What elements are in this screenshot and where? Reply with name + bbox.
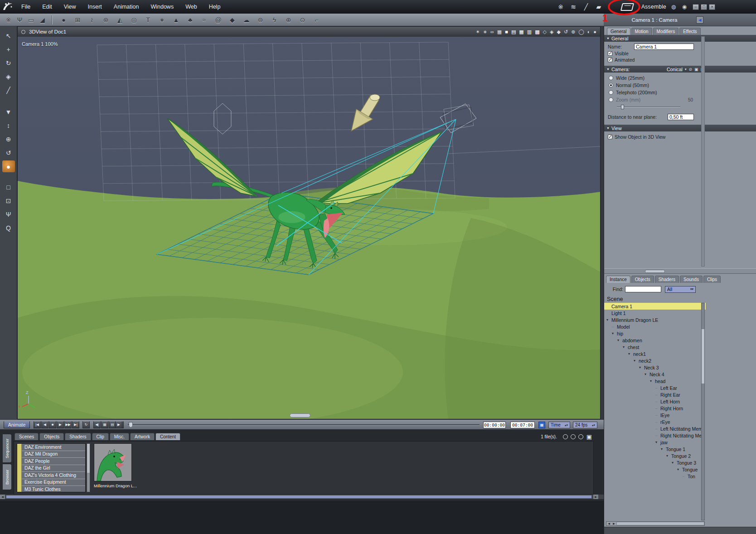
lens-radio-option[interactable]: Normal (50mm) <box>604 82 706 89</box>
texture-room-icon[interactable] <box>620 3 634 11</box>
tree-hscrollbar[interactable]: ◀ ▶ <box>606 521 705 526</box>
panel-splitter[interactable] <box>604 268 756 274</box>
move-tool-icon[interactable]: + <box>2 44 15 55</box>
zoom-slider[interactable] <box>617 105 680 109</box>
collapse-panel-button[interactable]: ◀ <box>696 16 703 24</box>
menu-item[interactable]: View <box>58 4 82 10</box>
tree-node[interactable]: Tongue 3 <box>604 459 706 466</box>
browser-tab[interactable]: Objects <box>39 433 64 440</box>
paint-fill-tool-icon[interactable]: ▼ <box>2 106 15 118</box>
eyedropper-tool-icon[interactable]: ╱ <box>2 84 15 96</box>
axis-display-icon[interactable]: ⊕ <box>571 29 575 35</box>
tree-node[interactable]: head <box>604 378 706 384</box>
pen-icon[interactable]: ╱ <box>581 3 591 10</box>
expander-icon[interactable] <box>623 345 628 349</box>
go-to-end-button[interactable]: ▶| <box>72 421 79 428</box>
menu-item[interactable]: Help <box>203 4 227 10</box>
time-unit-dropdown[interactable]: Time▴▾ <box>548 422 570 428</box>
hand-tool-icon[interactable]: Ψ <box>14 16 25 24</box>
folder-row[interactable]: DAZ Environment <box>17 444 85 451</box>
wireframe-ball-icon[interactable]: ◯ <box>578 29 584 35</box>
zoom-tool-icon[interactable]: Q <box>2 222 15 234</box>
go-to-start-button[interactable]: |◀ <box>34 421 41 428</box>
camera-tool-icon[interactable]: ⊡ <box>2 195 15 207</box>
scroll-right-arrow[interactable]: ▶ <box>593 495 598 499</box>
airbrush-icon[interactable]: ≋ <box>568 3 579 10</box>
safe-frame-icon[interactable]: ◈ <box>550 29 553 35</box>
expander-icon[interactable] <box>666 454 671 458</box>
target-helper-icon[interactable]: ⊙ <box>297 16 308 24</box>
view-section-header[interactable]: ▼ View <box>604 125 756 131</box>
quad-view-button[interactable]: ▩ <box>535 29 539 35</box>
trackball-tool-icon[interactable]: ● <box>2 160 15 172</box>
ocean-object-icon[interactable]: ≈ <box>199 16 210 24</box>
production-frame-icon[interactable]: ◇ <box>543 29 547 35</box>
menu-item[interactable]: File <box>15 4 36 10</box>
sphere-primitive-icon[interactable]: ● <box>58 16 69 24</box>
tree-node[interactable]: neck2 <box>604 357 706 364</box>
tree-node[interactable]: Right Horn <box>604 405 706 412</box>
next-frame-button[interactable]: ▶▶ <box>64 421 72 428</box>
scene-tab[interactable]: Clips <box>703 276 721 283</box>
previous-frame-button[interactable]: ◀ <box>41 421 48 428</box>
tree-node[interactable]: neck1 <box>604 350 706 357</box>
globe-icon[interactable]: ◍ <box>670 4 677 10</box>
particle-emitter-icon[interactable]: ∗ <box>156 16 168 24</box>
view-option-1-button[interactable] <box>563 434 568 439</box>
animate-button[interactable]: Animate <box>4 421 30 428</box>
select-tool-icon[interactable]: ↖ <box>2 30 15 42</box>
expander-icon[interactable] <box>661 447 666 451</box>
expander-icon[interactable] <box>655 386 660 390</box>
file-card-icon[interactable]: ▣ <box>586 433 592 440</box>
shader-link-icon[interactable]: ⊘ <box>688 67 692 72</box>
name-field[interactable] <box>634 44 694 50</box>
general-section-header[interactable]: ▼ General <box>604 35 756 42</box>
vertex-object-icon[interactable]: ⊞ <box>72 16 83 24</box>
expander-icon[interactable] <box>617 338 622 342</box>
bone-object-icon[interactable]: ⌐ <box>311 16 322 24</box>
paint-tool-icon[interactable]: ※ <box>3 16 14 24</box>
shell-object-icon[interactable]: @ <box>213 16 224 24</box>
expander-icon[interactable] <box>634 359 639 363</box>
browser-tab[interactable]: Artwork <box>130 433 155 440</box>
metaball-icon[interactable]: ⊛ <box>100 16 111 24</box>
spray-brush-icon[interactable]: ※ <box>555 3 566 10</box>
camera-frame-icon[interactable]: ◆ <box>557 29 560 35</box>
menu-item[interactable]: Web <box>179 4 203 10</box>
tree-node[interactable]: lEye <box>604 412 706 418</box>
view-option-3-button[interactable] <box>578 434 583 439</box>
expander-icon[interactable] <box>606 318 611 322</box>
near-plane-field[interactable] <box>668 114 694 120</box>
browser-tab[interactable]: Clip <box>92 433 109 440</box>
scroll-left-arrow[interactable]: ◀ <box>606 522 611 525</box>
previous-keyframe-button[interactable]: ◀| <box>93 421 101 428</box>
view-option-2-button[interactable] <box>571 434 576 439</box>
cloud-object-icon[interactable]: ☁ <box>241 16 252 24</box>
snap-icon[interactable]: ∗ <box>483 29 487 35</box>
viewport-menu-icon[interactable] <box>21 30 25 34</box>
browser-tab[interactable]: Shaders <box>65 433 91 440</box>
radio-button[interactable] <box>609 83 613 87</box>
sequencer-side-tab[interactable]: Sequencer <box>3 434 11 462</box>
expander-icon[interactable] <box>655 406 660 410</box>
marker-icon[interactable]: ▰ <box>593 3 604 10</box>
tree-node[interactable]: Right Ear <box>604 391 706 398</box>
lines-view-button[interactable]: ▤ <box>511 29 516 35</box>
properties-scrollbar[interactable] <box>701 36 705 267</box>
close-button[interactable]: × <box>709 4 715 10</box>
checkbox[interactable] <box>608 58 612 62</box>
expander-icon[interactable] <box>683 474 688 478</box>
rock-object-icon[interactable]: ◆ <box>227 16 238 24</box>
stop-button[interactable]: ■ <box>49 421 56 428</box>
scrollbar-thumb[interactable] <box>87 444 90 473</box>
folder-row[interactable]: DAZ the Girl <box>17 465 85 472</box>
save-preset-icon[interactable]: ▣ <box>694 67 698 72</box>
camera-type-dropdown[interactable]: Conical <box>667 67 683 72</box>
expander-icon[interactable] <box>655 427 660 431</box>
spline-object-icon[interactable]: ≀ <box>86 16 97 24</box>
expander-icon[interactable] <box>655 399 660 403</box>
checkbox[interactable] <box>608 51 612 56</box>
render-preview-icon[interactable]: ✶ <box>476 29 480 35</box>
properties-tab[interactable]: General <box>607 28 630 35</box>
minimize-button[interactable]: – <box>693 4 699 10</box>
